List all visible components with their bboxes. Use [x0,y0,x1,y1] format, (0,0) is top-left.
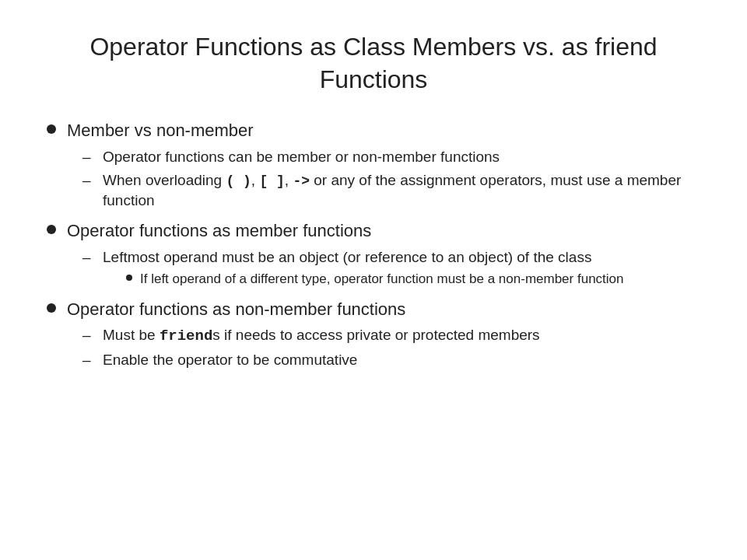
list-item: – Leftmost operand must be an object (or… [82,247,700,289]
list-item: Member vs non-member – Operator function… [47,119,700,210]
bullet-l2-text: Leftmost operand must be an object (or r… [103,249,591,265]
bullet-l1-text: Operator functions as non-member functio… [67,299,405,319]
bullet-l3-text: If left operand of a different type, ope… [140,271,700,289]
sub-sub-list: If left operand of a different type, ope… [103,271,700,289]
small-bullet-marker [126,275,132,281]
list-item: – When overloading ( ), [ ], -> or any o… [82,170,700,211]
slide: Operator Functions as Class Members vs. … [0,0,747,560]
bullet-marker [47,225,56,234]
bullet-l1-text: Operator functions as member functions [67,221,371,240]
slide-title: Operator Functions as Class Members vs. … [47,31,700,96]
bullet-l2-text: When overloading ( ), [ ], -> or any of … [103,170,700,211]
list-item: – Operator functions can be member or no… [82,147,700,167]
dash-marker: – [82,170,98,191]
dash-marker: – [82,350,98,370]
bullet-marker [47,124,56,134]
sub-list: – Leftmost operand must be an object (or… [67,247,700,289]
dash-marker: – [82,325,98,345]
bullet-l2-text: Operator functions can be member or non-… [103,147,700,167]
bullet-l2-text: Must be friends if needs to access priva… [103,325,700,347]
dash-marker: – [82,147,98,167]
list-item: Operator functions as member functions –… [47,219,700,288]
sub-list: – Operator functions can be member or no… [67,147,700,211]
content-area: Member vs non-member – Operator function… [47,119,700,380]
sub-list: – Must be friends if needs to access pri… [67,325,700,369]
list-item: – Enable the operator to be commutative [82,350,700,370]
dash-marker: – [82,247,98,268]
bullet-l1-text: Member vs non-member [67,121,254,140]
bullet-marker [47,303,56,313]
list-item: If left operand of a different type, ope… [126,271,700,289]
list-item: – Must be friends if needs to access pri… [82,325,700,347]
bullet-l2-text: Enable the operator to be commutative [103,350,700,370]
list-item: Operator functions as non-member functio… [47,298,700,370]
